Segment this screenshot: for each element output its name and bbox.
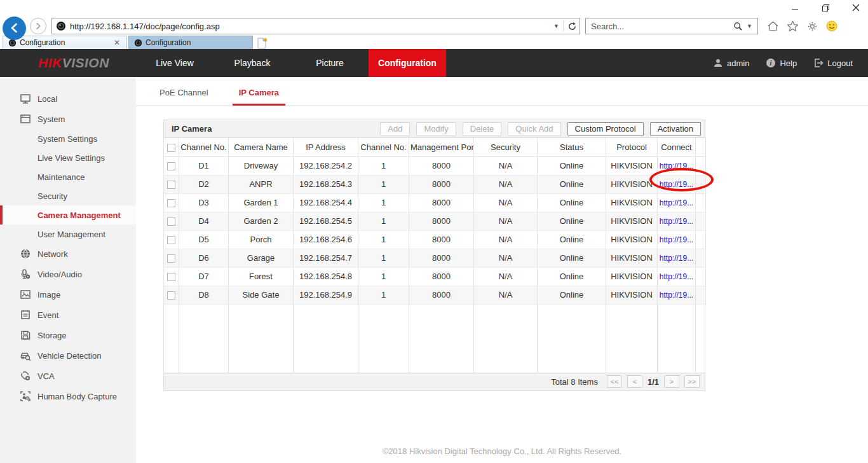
sidebar-item-live-view-settings[interactable]: Live View Settings [0,148,136,167]
cell-status: Online [538,156,606,175]
search-icon[interactable] [733,22,743,31]
nav-item-picture[interactable]: Picture [291,49,369,77]
cell-ip-address: 192.168.254.3 [294,175,358,193]
nav-item-playback[interactable]: Playback [214,49,291,77]
back-button[interactable] [3,17,26,40]
user-menu[interactable]: admin [713,58,749,68]
connect-link-annotated[interactable]: http://19... [660,180,693,189]
vehicle-detection-icon [20,350,31,361]
row-checkbox[interactable] [167,199,175,207]
column-header-channel-no-: Channel No. [179,138,229,156]
event-icon [20,309,31,321]
cell-protocol: HIKVISION [606,156,658,175]
connect-link[interactable]: http://19... [660,254,693,263]
cell-security: N/A [474,193,538,212]
restore-button[interactable] [818,1,832,14]
row-checkbox[interactable] [167,254,175,263]
activation-button[interactable]: Activation [650,122,701,136]
column-header-status: Status [538,138,606,156]
row-checkbox[interactable] [167,181,175,189]
cell-channel-no: D6 [179,249,229,267]
feedback-smiley-icon[interactable] [826,20,837,32]
connect-link[interactable]: http://19... [660,235,693,244]
url-text[interactable]: http://192.168.1.147/doc/page/config.asp [70,22,553,31]
connect-link[interactable]: http://19... [660,291,693,300]
cell-channel: 1 [358,156,409,175]
content-tabs: PoE ChannelIP Camera [136,77,868,106]
sidebar-item-local[interactable]: Local [0,88,136,109]
new-tab-button[interactable]: ✱ [257,38,271,49]
logo-hik: HIK [38,55,62,71]
search-input[interactable]: Search... ▼ [585,18,758,34]
sidebar-item-user-management[interactable]: User Management [0,225,136,244]
sidebar-item-vehicle-detection[interactable]: Vehicle Detection [0,345,136,366]
connect-link[interactable]: http://19... [660,217,693,226]
cell-protocol: HIKVISION [606,249,658,267]
address-dropdown-icon[interactable]: ▼ [553,23,559,29]
tab-close-icon[interactable]: ✕ [112,38,121,47]
row-checkbox[interactable] [167,273,175,281]
first-page-button[interactable]: << [607,375,622,388]
quick-add-button: Quick Add [508,122,560,136]
last-page-button[interactable]: >> [684,375,700,388]
cell-channel-no: D7 [179,267,229,286]
search-dropdown-icon[interactable]: ▼ [747,23,752,29]
connect-link[interactable]: http://19... [660,198,693,207]
select-all-checkbox[interactable] [167,144,175,152]
row-checkbox[interactable] [167,236,175,244]
address-bar[interactable]: http://192.168.1.147/doc/page/config.asp… [51,18,580,34]
sidebar-item-vca[interactable]: VCA [0,366,136,386]
nav-item-configuration[interactable]: Configuration [369,49,446,77]
cell-protocol: HIKVISION [606,286,658,304]
cell-security: N/A [474,212,538,230]
sidebar-item-human-body-capture[interactable]: Human Body Capture [0,386,136,406]
connect-link[interactable]: http://19... [660,272,693,281]
app-header: HIKVISION Live ViewPlaybackPictureConfig… [0,49,868,77]
sidebar-item-maintenance[interactable]: Maintenance [0,167,136,186]
home-icon[interactable] [767,20,779,32]
cell-channel-no: D1 [179,156,229,175]
tab-title: Configuration [146,38,247,47]
prev-page-button[interactable]: < [627,375,642,388]
next-page-button[interactable]: > [664,375,679,388]
sidebar-item-network[interactable]: Network [0,244,136,264]
row-checkbox[interactable] [167,162,175,170]
logout-button[interactable]: Logout [813,58,853,68]
minimize-button[interactable] [788,1,802,14]
cell-channel: 1 [358,267,409,286]
sidebar-item-system[interactable]: System [0,109,136,129]
close-button[interactable] [849,1,863,14]
forward-button[interactable] [30,18,46,34]
sidebar-item-image[interactable]: Image [0,284,136,305]
cell-management-port: 8000 [409,249,474,267]
row-checkbox[interactable] [167,291,175,300]
sidebar-item-label: Video/Audio [37,270,82,279]
cell-ip-address: 192.168.254.5 [294,212,358,230]
tab-poe-channel[interactable]: PoE Channel [153,88,215,106]
monitor-icon [20,93,31,104]
refresh-icon[interactable] [567,22,577,31]
column-header-channel-no-: Channel No. [358,138,409,156]
sidebar-item-video-audio[interactable]: Video/Audio [0,264,136,284]
custom-protocol-button[interactable]: Custom Protocol [567,122,644,136]
sidebar-item-camera-management[interactable]: Camera Management [0,205,136,225]
table-row-d3: D3Garden 1192.168.254.418000N/AOnlineHIK… [164,193,706,212]
connect-link[interactable]: http://19... [660,162,693,170]
nav-item-live-view[interactable]: Live View [136,49,214,77]
browser-tab-2[interactable]: Configuration [128,36,253,49]
svg-text:✱: ✱ [263,38,267,43]
column-header-protocol: Protocol [606,138,658,156]
help-button[interactable]: i Help [766,58,797,68]
tab-ip-camera[interactable]: IP Camera [233,88,285,106]
search-placeholder: Search... [591,22,733,31]
info-icon: i [766,58,776,68]
sidebar-item-storage[interactable]: Storage [0,325,136,345]
sidebar-item-label: Human Body Capture [37,392,117,401]
row-checkbox[interactable] [167,218,175,226]
favorites-star-icon[interactable] [787,20,799,32]
settings-gear-icon[interactable] [806,20,818,32]
sidebar-item-security[interactable]: Security [0,186,136,205]
cell-channel: 1 [358,249,409,267]
sidebar-item-event[interactable]: Event [0,305,136,325]
sidebar-item-system-settings[interactable]: System Settings [0,129,136,148]
